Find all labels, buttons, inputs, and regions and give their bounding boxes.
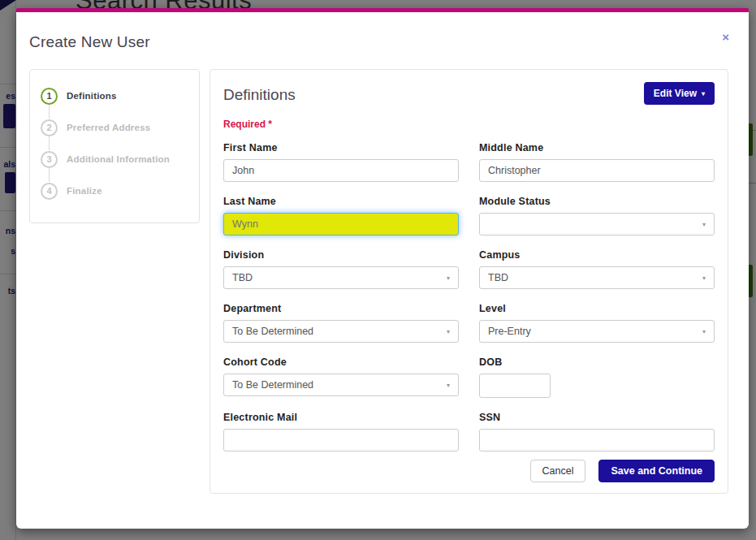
- ssn-input[interactable]: [479, 429, 715, 451]
- step-preferred-address[interactable]: 2 Preferred Address: [41, 119, 199, 136]
- level-select[interactable]: Pre-Entry ▾: [479, 320, 715, 343]
- dob-input[interactable]: [479, 374, 551, 398]
- create-new-user-modal: Create New User × 1 Definitions 2 Prefer…: [16, 8, 749, 529]
- step-number: 3: [41, 151, 58, 168]
- module-status-label: Module Status: [479, 196, 715, 207]
- last-name-label: Last Name: [223, 196, 459, 207]
- field-ssn: SSN: [479, 412, 715, 451]
- department-label: Department: [223, 303, 459, 314]
- department-value: To Be Determined: [232, 326, 313, 337]
- middle-name-label: Middle Name: [479, 142, 715, 153]
- chevron-down-icon: ▾: [702, 328, 706, 335]
- wizard-stepper: 1 Definitions 2 Preferred Address 3 Addi…: [29, 69, 200, 223]
- first-name-label: First Name: [223, 142, 459, 153]
- campus-value: TBD: [488, 272, 508, 283]
- chevron-down-icon: ▾: [702, 221, 706, 228]
- field-module-status: Module Status ▾: [479, 196, 715, 235]
- field-middle-name: Middle Name: [479, 142, 715, 182]
- required-note: Required *: [223, 119, 715, 130]
- field-cohort-code: Cohort Code To Be Determined ▾: [223, 356, 459, 398]
- step-connector: [49, 105, 50, 119]
- form-footer: Cancel Save and Continue: [530, 460, 715, 482]
- field-first-name: First Name: [223, 142, 459, 182]
- field-campus: Campus TBD ▾: [479, 249, 715, 289]
- chevron-down-icon: ▾: [447, 382, 450, 389]
- campus-select[interactable]: TBD ▾: [479, 266, 715, 289]
- step-label: Finalize: [67, 186, 102, 196]
- step-additional-information[interactable]: 3 Additional Information: [41, 150, 199, 168]
- chevron-down-icon: ▾: [447, 328, 450, 335]
- edit-view-label: Edit View: [654, 88, 697, 99]
- middle-name-input[interactable]: [479, 159, 715, 182]
- ssn-label: SSN: [479, 412, 715, 423]
- cohort-code-select[interactable]: To Be Determined ▾: [223, 374, 459, 396]
- field-department: Department To Be Determined ▾: [223, 303, 459, 343]
- step-label: Preferred Address: [67, 123, 150, 132]
- modal-title: Create New User: [29, 33, 150, 51]
- field-division: Division TBD ▾: [223, 249, 459, 289]
- chevron-down-icon: ▾: [447, 274, 450, 282]
- dob-label: DOB: [479, 356, 715, 368]
- step-number: 1: [41, 88, 58, 105]
- level-value: Pre-Entry: [488, 326, 531, 337]
- field-dob: DOB: [479, 356, 715, 398]
- division-select[interactable]: TBD ▾: [223, 266, 459, 289]
- step-finalize[interactable]: 4 Finalize: [41, 182, 199, 200]
- division-label: Division: [223, 249, 459, 261]
- step-connector: [49, 136, 50, 150]
- division-value: TBD: [232, 272, 253, 283]
- field-level: Level Pre-Entry ▾: [479, 303, 715, 343]
- step-definitions[interactable]: 1 Definitions: [41, 87, 199, 105]
- step-number: 4: [41, 183, 58, 200]
- last-name-input[interactable]: [223, 213, 459, 235]
- form-grid: First Name Middle Name Last Name Module …: [223, 142, 715, 465]
- save-and-continue-button[interactable]: Save and Continue: [598, 460, 715, 482]
- chevron-down-icon: ▾: [702, 274, 706, 282]
- electronic-mail-input[interactable]: [223, 429, 459, 451]
- edit-view-button[interactable]: Edit View ▾: [644, 82, 715, 105]
- form-heading: Definitions: [223, 82, 296, 104]
- field-electronic-mail: Electronic Mail: [223, 412, 459, 451]
- department-select[interactable]: To Be Determined ▾: [223, 320, 459, 343]
- step-label: Additional Information: [67, 154, 170, 164]
- electronic-mail-label: Electronic Mail: [223, 412, 459, 423]
- campus-label: Campus: [479, 249, 715, 261]
- cancel-button[interactable]: Cancel: [530, 460, 586, 482]
- level-label: Level: [479, 303, 715, 314]
- first-name-input[interactable]: [223, 159, 459, 182]
- field-last-name: Last Name: [223, 196, 459, 235]
- module-status-select[interactable]: ▾: [479, 213, 715, 235]
- step-label: Definitions: [67, 91, 117, 101]
- close-icon[interactable]: ×: [722, 31, 729, 43]
- definitions-form-card: Definitions Edit View ▾ Required * First…: [210, 69, 728, 494]
- cohort-code-value: To Be Determined: [232, 379, 313, 391]
- cohort-code-label: Cohort Code: [223, 356, 459, 368]
- step-connector: [49, 168, 50, 182]
- chevron-down-icon: ▾: [702, 90, 705, 97]
- step-number: 2: [41, 119, 58, 136]
